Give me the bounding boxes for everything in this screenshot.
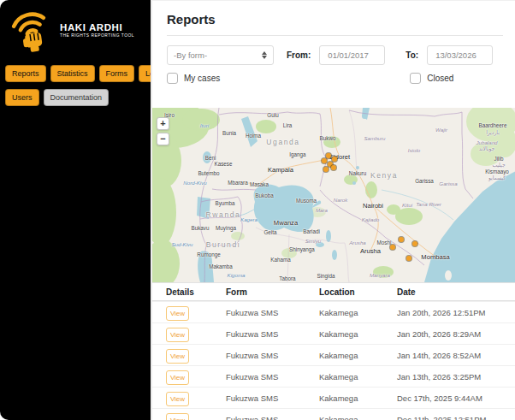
from-label: From: <box>287 50 311 60</box>
report-location: Kakamega <box>319 415 397 420</box>
form-filter-value: -By form- <box>174 50 262 60</box>
column-header-date: Date <box>397 287 515 297</box>
to-date-input[interactable] <box>427 45 493 65</box>
report-date: Dec 11th, 2025 12:51PM <box>397 415 515 420</box>
main-content: Reports -By form- From: To: My cases Clo… <box>151 0 515 420</box>
report-row: ViewFukuzwa SMSKakamegaDec 11th, 2025 12… <box>152 408 515 420</box>
brand-text: HAKI ARDHI THE RIGHTS REPORTING TOOL <box>60 22 134 38</box>
zoom-in-button[interactable]: + <box>157 117 169 130</box>
view-button[interactable]: View <box>166 392 189 406</box>
report-form: Fukuzwa SMS <box>226 393 319 403</box>
view-button[interactable]: View <box>166 306 189 321</box>
report-cluster-marker[interactable] <box>326 153 331 158</box>
app-window: HAKI ARDHI THE RIGHTS REPORTING TOOL Rep… <box>0 0 515 420</box>
report-date: Jan 20th, 2026 12:51PM <box>397 308 515 317</box>
report-cluster-marker[interactable] <box>323 167 329 172</box>
my-cases-checkbox[interactable] <box>167 73 178 84</box>
brand-title: HAKI ARDHI <box>60 22 134 33</box>
sidebar-item-documentation[interactable]: Documentation <box>44 89 110 106</box>
report-cluster-marker[interactable] <box>412 241 417 246</box>
report-form: Fukuzwa SMS <box>226 308 319 317</box>
report-row: ViewFukuzwa SMSKakamegaJan 20th, 2026 8:… <box>152 322 515 344</box>
report-form: Fukuzwa SMS <box>226 329 319 339</box>
report-date: Jan 20th, 2026 8:29AM <box>397 329 515 339</box>
my-cases-group: My cases <box>167 73 220 84</box>
table-body: ViewFukuzwa SMSKakamegaJan 20th, 2026 12… <box>152 301 515 420</box>
table-header-row: DetailsFormLocationDate <box>152 282 515 301</box>
zoom-out-button[interactable]: − <box>157 133 169 145</box>
sidebar-item-statistics[interactable]: Statistics <box>50 65 95 82</box>
report-cluster-marker[interactable] <box>399 237 404 242</box>
sidebar-nav: ReportsStatisticsFormsLocalitiesUsersDoc… <box>0 58 151 106</box>
report-location: Kakamega <box>319 393 397 403</box>
sidebar-item-forms[interactable]: Forms <box>99 65 135 82</box>
report-location: Kakamega <box>319 329 397 339</box>
reports-table: DetailsFormLocationDate ViewFukuzwa SMSK… <box>152 282 515 420</box>
report-row: ViewFukuzwa SMSKakamegaJan 20th, 2026 12… <box>152 301 515 322</box>
view-button[interactable]: View <box>166 370 189 385</box>
from-date-input[interactable] <box>319 45 385 65</box>
closed-checkbox[interactable] <box>410 73 421 84</box>
closed-group: Closed <box>410 73 453 84</box>
report-location: Kakamega <box>319 308 397 317</box>
sidebar: HAKI ARDHI THE RIGHTS REPORTING TOOL Rep… <box>0 0 151 420</box>
view-button[interactable]: View <box>166 349 189 364</box>
report-row: ViewFukuzwa SMSKakamegaDec 17th, 2025 9:… <box>152 387 515 408</box>
sidebar-item-reports[interactable]: Reports <box>5 65 46 82</box>
checkbox-row: My cases Closed <box>167 73 503 84</box>
reports-map[interactable]: IsiroIturiBuniaHoimaGuluLiraUgandaIganga… <box>152 108 515 282</box>
sidebar-nav-row: ReportsStatisticsFormsLocalities <box>5 65 145 82</box>
filter-bar: -By form- From: To: <box>167 45 503 65</box>
to-label: To: <box>405 50 418 60</box>
report-location: Kakamega <box>319 351 397 360</box>
report-cluster-marker[interactable] <box>390 245 395 250</box>
map-zoom-control: + − <box>157 117 169 145</box>
report-row: ViewFukuzwa SMSKakamegaJan 13th, 2026 3:… <box>152 365 515 387</box>
report-form: Fukuzwa SMS <box>226 351 319 360</box>
sidebar-nav-row: UsersDocumentation <box>5 89 145 106</box>
view-button[interactable]: View <box>166 328 189 342</box>
view-button[interactable]: View <box>166 413 189 420</box>
signal-arcs-fist-icon <box>9 7 58 53</box>
sidebar-item-users[interactable]: Users <box>5 89 39 106</box>
report-location: Kakamega <box>319 372 397 382</box>
my-cases-label: My cases <box>184 74 220 83</box>
brand: HAKI ARDHI THE RIGHTS REPORTING TOOL <box>0 0 151 58</box>
report-cluster-marker[interactable] <box>322 158 327 163</box>
column-header-details: Details <box>166 287 226 297</box>
brand-subtitle: THE RIGHTS REPORTING TOOL <box>60 33 134 38</box>
form-filter-select[interactable]: -By form- <box>167 45 274 65</box>
report-date: Jan 13th, 2026 3:25PM <box>397 372 515 382</box>
report-form: Fukuzwa SMS <box>226 372 319 382</box>
up-down-arrows-icon <box>262 51 267 59</box>
closed-label: Closed <box>427 74 453 83</box>
report-date: Dec 17th, 2025 9:44AM <box>397 393 515 403</box>
column-header-location: Location <box>319 287 397 297</box>
report-cluster-marker[interactable] <box>406 256 411 261</box>
column-header-form: Form <box>226 287 319 297</box>
report-row: ViewFukuzwa SMSKakamegaJan 14th, 2026 8:… <box>152 344 515 365</box>
title-divider <box>167 35 503 36</box>
report-date: Jan 14th, 2026 8:52AM <box>397 351 515 360</box>
map-base-layer <box>152 108 515 282</box>
report-cluster-marker[interactable] <box>332 157 337 162</box>
report-cluster-marker[interactable] <box>331 165 336 170</box>
report-form: Fukuzwa SMS <box>226 415 319 420</box>
page-title: Reports <box>167 12 503 27</box>
